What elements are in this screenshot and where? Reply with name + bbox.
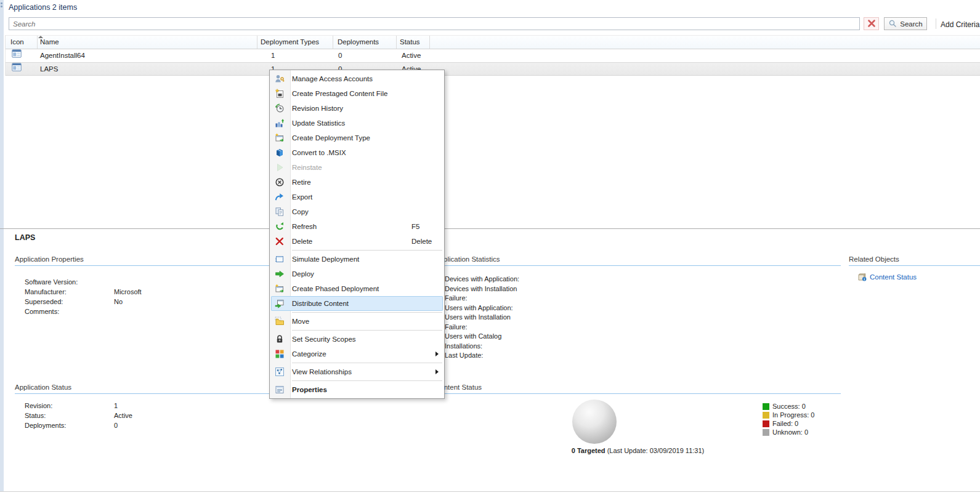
menu-item-create-prestaged-content-file[interactable]: Create Prestaged Content File [270, 86, 444, 101]
cell-status: Active [397, 49, 430, 62]
prestaged-content-file-icon [275, 89, 285, 98]
convert-msix-icon [275, 148, 285, 158]
section-heading-application-status: Application Status [15, 384, 71, 391]
revision-history-icon [275, 103, 285, 113]
menu-item-reinstate[interactable]: Reinstate [270, 160, 444, 175]
add-criteria-button[interactable]: Add Criteria [941, 20, 979, 29]
menu-separator [292, 363, 442, 363]
pane-divider[interactable] [0, 228, 980, 229]
legend-success-swatch [763, 403, 769, 410]
search-button[interactable]: Search [884, 17, 927, 30]
menu-item-move[interactable]: Move [270, 314, 444, 329]
submenu-arrow-icon [435, 369, 439, 374]
legend-unknown-swatch [763, 429, 769, 436]
red-x-icon [867, 19, 876, 29]
clear-search-button[interactable] [864, 17, 879, 30]
application-statistics-fields: Devices with Application: Devices with I… [445, 275, 531, 361]
menu-separator [292, 380, 442, 381]
content-status-package-icon [857, 272, 867, 283]
magnifier-icon [888, 19, 897, 29]
legend-inprogress-swatch [763, 412, 769, 419]
menu-item-deploy[interactable]: Deploy [270, 267, 444, 281]
legend-failed-swatch [763, 420, 769, 427]
table-row-laps[interactable]: LAPS 1 0 Active [6, 62, 980, 76]
deploy-icon [275, 269, 285, 279]
section-heading-related-objects: Related Objects [849, 255, 899, 263]
menu-item-properties[interactable]: Properties [270, 382, 444, 397]
menu-item-retire[interactable]: Retire [270, 175, 444, 190]
manage-access-accounts-icon [275, 74, 285, 84]
collapsed-pane-strip[interactable] [0, 0, 4, 491]
move-icon [275, 316, 285, 326]
menu-separator [292, 330, 442, 331]
targeted-caption: 0 Targeted (Last Update: 03/09/2019 11:3… [435, 447, 841, 454]
simulate-deployment-icon [275, 254, 285, 264]
retire-icon [275, 177, 285, 187]
menu-shortcut: F5 [411, 223, 419, 230]
menu-item-categorize[interactable]: Categorize [270, 347, 444, 361]
view-relationships-icon [275, 367, 285, 377]
menu-separator [292, 312, 442, 313]
content-status-pie-chart [572, 400, 617, 444]
menu-item-copy[interactable]: Copy [270, 204, 444, 219]
table-header: Icon Name Deployment Types Deployments S… [5, 35, 980, 49]
page-title: Applications 2 items [9, 3, 77, 12]
application-icon [12, 49, 22, 62]
reinstate-icon [275, 163, 285, 172]
detail-title: LAPS [15, 233, 35, 242]
application-properties-fields: Software Version: Manufacturer:Microsoft… [25, 277, 142, 316]
sort-ascending-icon [38, 36, 43, 38]
security-scopes-icon [275, 334, 285, 344]
cell-deployment-types: 1 [257, 49, 333, 62]
column-header-deployment-types[interactable]: Deployment Types [257, 36, 333, 49]
categorize-icon [275, 349, 285, 359]
section-divider [435, 393, 841, 394]
pane-bottom-border [0, 491, 980, 492]
export-icon [275, 192, 285, 202]
menu-item-update-statistics[interactable]: Update Statistics [270, 116, 444, 131]
menu-item-view-relationships[interactable]: View Relationships [270, 364, 444, 379]
section-divider [849, 265, 980, 266]
properties-icon [275, 385, 285, 395]
column-header-deployments[interactable]: Deployments [333, 36, 397, 49]
distribute-content-icon [275, 299, 285, 308]
update-statistics-icon [275, 118, 285, 128]
create-phased-deployment-icon [275, 284, 285, 294]
toolbar-divider [936, 18, 936, 29]
context-menu: Manage Access Accounts Create Prestaged … [269, 70, 445, 399]
menu-shortcut: Delete [411, 238, 432, 245]
copy-icon [275, 207, 285, 217]
column-header-icon[interactable]: Icon [6, 36, 38, 49]
section-heading-application-properties: Application Properties [15, 255, 84, 263]
search-input[interactable] [9, 17, 860, 30]
menu-item-export[interactable]: Export [270, 190, 444, 204]
menu-item-manage-access-accounts[interactable]: Manage Access Accounts [270, 71, 444, 86]
menu-item-distribute-content[interactable]: Distribute Content [271, 296, 443, 311]
sccm-console-screen: Applications 2 items Search Add Criteria… [0, 0, 980, 498]
table-row-agentinstall64[interactable]: AgentInstall64 1 0 Active [6, 49, 980, 62]
menu-separator [292, 250, 442, 251]
menu-item-revision-history[interactable]: Revision History [270, 101, 444, 116]
submenu-arrow-icon [435, 351, 439, 356]
content-status-legend: Success: 0 In Progress: 0 Failed: 0 Unkn… [763, 402, 814, 436]
cell-name: AgentInstall64 [38, 49, 257, 62]
content-status-link[interactable]: Content Status [870, 273, 917, 281]
menu-item-refresh[interactable]: Refresh F5 [270, 219, 444, 234]
column-header-status[interactable]: Status [397, 36, 430, 49]
search-button-label: Search [900, 20, 922, 28]
section-divider [435, 265, 841, 266]
delete-icon [275, 236, 285, 246]
menu-item-set-security-scopes[interactable]: Set Security Scopes [270, 332, 444, 347]
menu-item-convert-to-msix[interactable]: Convert to .MSIX [270, 145, 444, 160]
cell-deployments: 0 [333, 49, 397, 62]
menu-item-create-phased-deployment[interactable]: Create Phased Deployment [270, 281, 444, 296]
menu-item-delete[interactable]: Delete Delete [270, 234, 444, 249]
menu-item-create-deployment-type[interactable]: Create Deployment Type [270, 131, 444, 145]
column-header-name[interactable]: Name [38, 36, 257, 49]
refresh-icon [275, 222, 285, 231]
application-status-fields: Revision:1 Status:Active Deployments:0 [25, 401, 132, 430]
menu-item-simulate-deployment[interactable]: Simulate Deployment [270, 252, 444, 267]
create-deployment-type-icon [275, 133, 285, 143]
cell-name: LAPS [38, 63, 257, 75]
application-icon [12, 63, 22, 75]
